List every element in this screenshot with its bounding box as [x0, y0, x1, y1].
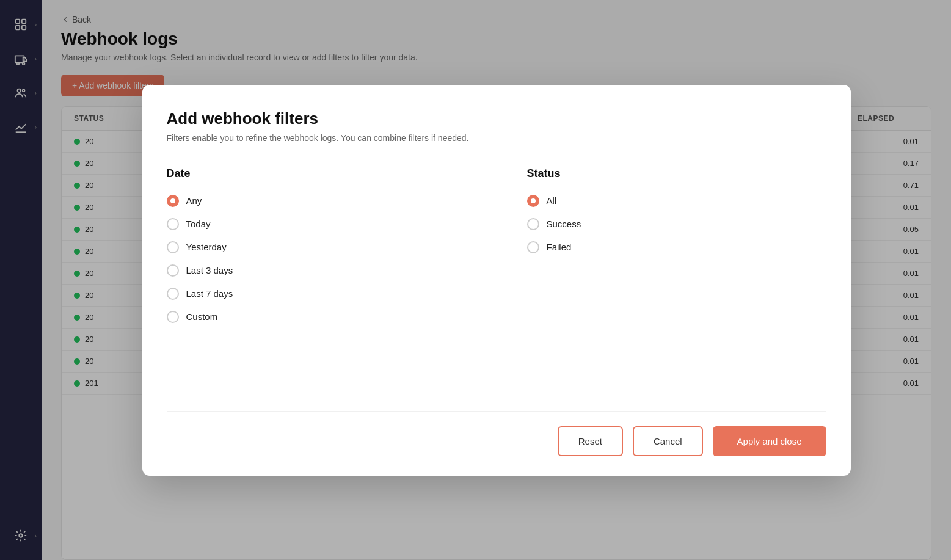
date-radio-group: Any Today Yesterday Last 3 days: [167, 195, 466, 323]
radio-button-last7days[interactable]: [167, 288, 179, 300]
date-option-last7days[interactable]: Last 7 days: [167, 288, 466, 300]
sidebar-item-settings[interactable]: ›: [6, 521, 35, 550]
date-last7days-label: Last 7 days: [186, 288, 233, 299]
svg-rect-1: [22, 20, 26, 23]
date-option-custom[interactable]: Custom: [167, 311, 466, 323]
chevron-icon: ›: [35, 533, 37, 539]
date-option-yesterday[interactable]: Yesterday: [167, 241, 466, 253]
filters-grid: Date Any Today Yesterday: [167, 167, 826, 387]
svg-point-5: [17, 62, 20, 65]
status-filter-section: Status All Success Failed: [527, 167, 826, 387]
chevron-icon: ›: [35, 124, 37, 131]
modal-overlay: Add webhook filters Filters enable you t…: [42, 0, 951, 560]
sidebar-item-dashboard[interactable]: ›: [6, 10, 35, 39]
chevron-icon: ›: [35, 56, 37, 62]
date-option-today[interactable]: Today: [167, 218, 466, 230]
radio-button-custom[interactable]: [167, 311, 179, 323]
svg-point-10: [19, 534, 23, 537]
radio-button-last3days[interactable]: [167, 264, 179, 277]
status-option-failed[interactable]: Failed: [527, 241, 826, 253]
svg-point-7: [18, 89, 21, 93]
status-all-label: All: [547, 195, 557, 206]
radio-button-failed[interactable]: [527, 241, 539, 253]
status-radio-group: All Success Failed: [527, 195, 826, 253]
status-option-success[interactable]: Success: [527, 218, 826, 230]
date-option-any[interactable]: Any: [167, 195, 466, 207]
sidebar-item-analytics[interactable]: ›: [6, 112, 35, 142]
modal-subtitle: Filters enable you to refine the webhook…: [167, 133, 826, 143]
date-filter-section: Date Any Today Yesterday: [167, 167, 466, 387]
chevron-icon: ›: [35, 90, 37, 96]
date-section-title: Date: [167, 167, 466, 180]
modal-title: Add webhook filters: [167, 109, 826, 128]
svg-rect-2: [16, 26, 20, 29]
date-option-last3days[interactable]: Last 3 days: [167, 264, 466, 277]
date-last3days-label: Last 3 days: [186, 265, 233, 275]
apply-and-close-button[interactable]: Apply and close: [713, 426, 826, 456]
status-failed-label: Failed: [547, 242, 572, 252]
chevron-icon: ›: [35, 21, 37, 28]
add-webhook-filters-modal: Add webhook filters Filters enable you t…: [142, 85, 851, 476]
svg-rect-3: [22, 26, 26, 29]
main-content: Back Webhook logs Manage your webhook lo…: [42, 0, 951, 560]
sidebar-item-users[interactable]: ›: [6, 78, 35, 107]
date-yesterday-label: Yesterday: [186, 242, 227, 252]
radio-button-yesterday[interactable]: [167, 241, 179, 253]
date-today-label: Today: [186, 219, 211, 229]
date-custom-label: Custom: [186, 311, 218, 322]
svg-rect-0: [16, 20, 20, 23]
radio-button-all[interactable]: [527, 195, 539, 207]
modal-footer: Reset Cancel Apply and close: [167, 411, 826, 456]
date-any-label: Any: [186, 195, 202, 206]
radio-button-success[interactable]: [527, 218, 539, 230]
svg-point-6: [23, 62, 25, 65]
cancel-button[interactable]: Cancel: [633, 426, 703, 456]
sidebar: › › › › ›: [0, 0, 42, 560]
status-success-label: Success: [547, 219, 581, 229]
svg-point-8: [23, 90, 25, 92]
reset-button[interactable]: Reset: [558, 426, 623, 456]
status-option-all[interactable]: All: [527, 195, 826, 207]
radio-button-any[interactable]: [167, 195, 179, 207]
radio-button-today[interactable]: [167, 218, 179, 230]
status-section-title: Status: [527, 167, 826, 180]
sidebar-item-deliveries[interactable]: ›: [6, 44, 35, 73]
